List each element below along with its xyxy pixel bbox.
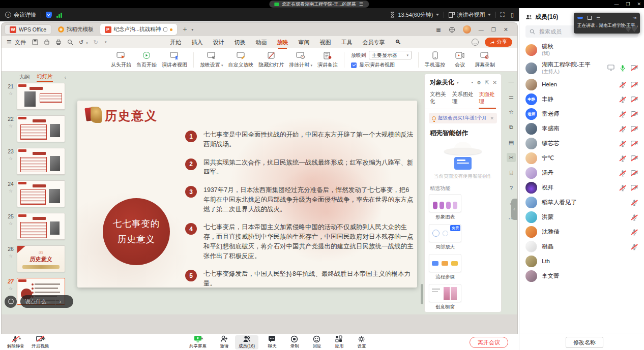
rehearse-timing-button[interactable]: 排练计时▾ <box>287 51 315 69</box>
reading-layout-icon[interactable]: ⌺ <box>507 168 516 177</box>
mic-muted-icon[interactable] <box>619 170 626 177</box>
member-row[interactable]: 祝拜 <box>519 180 644 195</box>
leave-meeting-button[interactable]: 离开会议 <box>470 337 508 348</box>
ribbon-tab-design[interactable]: 设计 <box>208 37 229 48</box>
camera-off-icon[interactable] <box>631 184 638 192</box>
new-tab-button[interactable]: ＋ <box>181 25 188 34</box>
play-from-current-button[interactable]: 当页开始 <box>134 51 159 69</box>
restore-icon[interactable]: ❐ <box>626 2 630 7</box>
member-row[interactable]: 丰静 丰静 <box>519 92 644 107</box>
member-row[interactable]: 洪蒙 <box>519 210 644 225</box>
overlay-dock-icon[interactable]: ⇥ <box>632 15 636 20</box>
member-row[interactable]: 汤丹 <box>519 166 644 180</box>
member-row[interactable]: 老师 雷老师 <box>519 107 644 121</box>
redo-icon[interactable]: ↻ <box>94 39 98 46</box>
member-promo-banner[interactable]: 超级会员买1年送1个月 ✕ <box>429 113 497 123</box>
overlay-list-icon[interactable]: ☰ <box>596 16 601 20</box>
speaking-overlay[interactable]: ☰ ⇥ 正在讲话：湖南工程学院-王平； <box>574 13 640 34</box>
mic-muted-icon[interactable] <box>619 81 626 88</box>
star-icon[interactable]: ☆ <box>9 91 13 96</box>
ribbon-tab-insert[interactable]: 插入 <box>186 37 208 48</box>
properties-icon[interactable]: ⚌ <box>507 92 516 101</box>
member-row-host[interactable]: 湖南工程学院-王平(主持人) <box>519 59 644 77</box>
ribbon-tab-view[interactable]: 视图 <box>314 37 336 48</box>
slide-thumb-21[interactable]: 21☆ <box>5 83 70 110</box>
wps-restore-icon[interactable]: ❐ <box>491 27 496 33</box>
preview-icon[interactable] <box>67 39 73 45</box>
presenter-view-button[interactable]: 演讲者视图 <box>159 51 190 69</box>
show-settings-button[interactable]: 放映设置▾ <box>197 51 226 69</box>
slide-thumb-26[interactable]: 26☆ 05 历史意义 <box>5 245 70 272</box>
chat-quick-input[interactable]: 说点什么... ‹ <box>20 295 73 308</box>
star-icon[interactable]: ☆ <box>9 253 13 259</box>
copy-style-icon[interactable]: ⧉ <box>507 122 516 132</box>
view-mode-selector[interactable]: 演讲者视图 <box>457 11 485 19</box>
star-icon[interactable]: ☆ <box>9 123 13 129</box>
show-presenter-checkbox[interactable] <box>351 62 357 68</box>
camera-off-icon[interactable] <box>631 170 638 177</box>
feedback-smile-icon[interactable] <box>472 39 479 46</box>
camera-off-icon[interactable] <box>631 111 638 118</box>
pane-tab-doc-beautify[interactable]: 文档美化 <box>430 91 447 109</box>
tab-outline[interactable]: 大纲 <box>19 74 30 81</box>
ribbon-tab-member[interactable]: 会员专享 <box>357 37 390 48</box>
meeting-button[interactable]: 会议 <box>448 51 472 69</box>
print-icon[interactable] <box>55 39 62 45</box>
record-button[interactable]: 录制 <box>283 335 306 349</box>
output-icon[interactable] <box>44 39 50 45</box>
pane-close-icon[interactable]: ✕ <box>493 80 497 85</box>
mic-muted-icon[interactable] <box>619 111 626 118</box>
fullscreen-icon[interactable]: ⛶ <box>501 11 505 18</box>
mic-muted-icon[interactable] <box>631 243 638 250</box>
overlay-minimize-icon[interactable] <box>577 17 583 19</box>
ribbon-tab-animation[interactable]: 动画 <box>250 37 272 48</box>
camera-off-icon[interactable] <box>631 65 638 72</box>
members-button[interactable]: 成员(16) <box>235 335 258 349</box>
mic-on-icon[interactable] <box>619 65 626 72</box>
camera-off-icon[interactable] <box>631 96 638 103</box>
member-row[interactable]: 稻草人看见了 <box>519 195 644 210</box>
ribbon-tab-slideshow[interactable]: 放映 <box>272 37 293 48</box>
reaction-emoji-button[interactable] <box>5 296 17 308</box>
feature-process-steps[interactable]: 流程步骤 <box>429 254 461 280</box>
feature-local-zoom[interactable]: 免费 局部放大 <box>429 224 461 250</box>
pane-tab-diagram[interactable]: 关系图处理 <box>452 91 474 109</box>
settings-globe-icon[interactable] <box>449 26 455 33</box>
slide-canvas[interactable]: 历史意义 七七事变的 历史意义 1 七七事变是中国全面性抗战的开始，中国在东方开… <box>77 101 417 288</box>
ribbon-tab-tools[interactable]: 工具 <box>336 37 357 48</box>
apps-button[interactable]: 应用 <box>328 335 351 349</box>
help-icon[interactable]: ? <box>507 183 516 193</box>
react-button[interactable]: 回应 <box>305 335 329 349</box>
banner-menu-icon[interactable]: ☰ <box>359 2 364 7</box>
phone-remote-button[interactable]: 手机遥控 <box>422 51 448 69</box>
slide-thumb-25[interactable]: 25☆ <box>5 213 70 240</box>
unmute-button[interactable]: 解除静音 <box>4 335 27 349</box>
star-icon[interactable]: ☆ <box>9 156 13 161</box>
network-signal-icon[interactable] <box>56 12 62 18</box>
split-view-icon[interactable]: ▦ <box>436 27 441 33</box>
tab-presentation-document[interactable]: P 纪念卢沟...抗战精神 <box>100 24 178 35</box>
camera-off-icon[interactable] <box>631 125 638 133</box>
wps-minimize-icon[interactable]: — <box>479 27 484 33</box>
member-row[interactable]: 沈雅倩 <box>519 225 644 239</box>
member-row[interactable]: 李盛南 <box>519 121 644 136</box>
share-button[interactable]: 分享 <box>485 38 512 47</box>
star-icon[interactable]: ☆ <box>9 221 13 226</box>
tab-wps-office[interactable]: W WPS Office <box>5 24 51 35</box>
star-icon[interactable]: ☆ <box>9 286 13 291</box>
save-icon[interactable] <box>32 39 38 45</box>
account-avatar[interactable] <box>463 25 471 34</box>
display-select[interactable]: 主要显示器▾ <box>369 51 412 59</box>
slide-thumb-24[interactable]: 24☆ <box>5 180 70 207</box>
wps-close-icon[interactable]: ✕ <box>504 26 508 33</box>
start-video-button[interactable]: 开启视频 <box>28 335 52 349</box>
banner-close-icon[interactable]: ✕ <box>490 116 494 121</box>
watching-banner[interactable]: 您正在观看湖南工程学院-王...的屏幕 ☰ <box>269 1 369 8</box>
ribbon-tab-transition[interactable]: 切换 <box>229 37 250 48</box>
minimize-icon[interactable]: — <box>614 2 619 7</box>
canvas-scrollbar[interactable] <box>421 284 423 304</box>
toolbar-more-caret[interactable]: ▾ <box>105 40 107 44</box>
pane-tab-page[interactable]: 页面处理 <box>479 91 496 109</box>
mic-muted-icon[interactable] <box>619 155 626 162</box>
star-icon[interactable]: ☆ <box>9 188 13 194</box>
